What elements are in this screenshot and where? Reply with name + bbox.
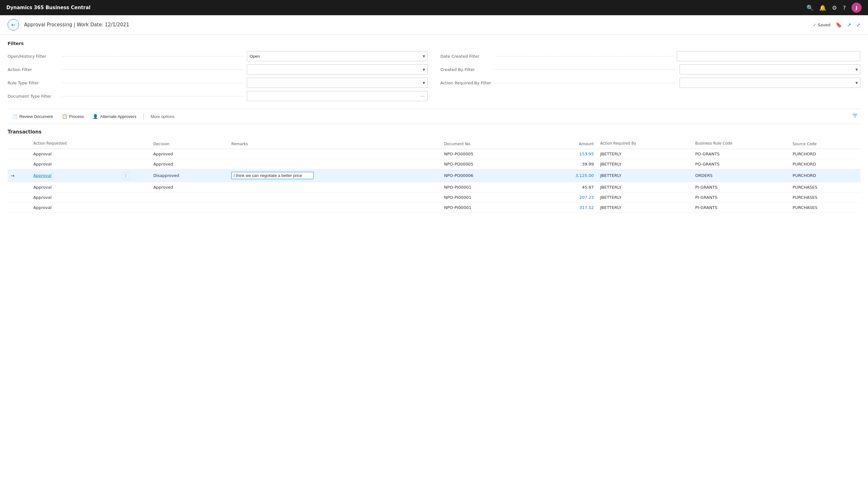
topnav-icons: 🔍 🔔 ⚙ ? J	[806, 3, 862, 13]
process-button[interactable]: 📋 Process	[57, 112, 89, 121]
help-icon[interactable]: ?	[843, 4, 846, 11]
alternate-approvers-button[interactable]: 👤 Alternate Approvers	[88, 112, 141, 121]
review-document-icon: 📄	[12, 114, 18, 119]
rule-type-filter-label: Rule Type Filter	[8, 80, 58, 85]
cell-action-requested: Approval	[30, 159, 119, 169]
cell-action-requested: Approval	[30, 149, 119, 159]
filters-title: Filters	[8, 41, 860, 46]
cell-action-required-by: JBETTERLY	[597, 169, 692, 182]
th-action-required-by: Action Required By	[597, 138, 692, 149]
alternate-approvers-icon: 👤	[93, 114, 98, 119]
user-avatar[interactable]: J	[851, 3, 862, 13]
filter-dots-1	[62, 56, 243, 57]
filter-icon[interactable]	[849, 111, 860, 121]
cell-context-menu	[119, 149, 150, 159]
bookmark-icon[interactable]: 🔖	[836, 22, 842, 28]
row-arrow-indicator: →	[8, 169, 30, 182]
app-brand: Dynamics 365 Business Central	[6, 5, 806, 10]
checkmark-icon: ✓	[813, 23, 816, 27]
notification-icon[interactable]: 🔔	[819, 4, 826, 11]
saved-label: Saved	[817, 23, 830, 27]
cell-decision: Approved	[150, 149, 228, 159]
th-context	[119, 138, 150, 149]
th-action-requested: Action Requested	[30, 138, 119, 149]
created-by-filter-label: Created By Filter	[440, 67, 491, 72]
row-arrow-indicator	[8, 159, 30, 169]
rule-type-filter-control: ▼	[247, 78, 428, 88]
cell-action-requested: Approval	[30, 182, 119, 192]
cell-context-menu[interactable]: ⋮	[119, 169, 150, 182]
table-row: ApprovalNPO-PI00001207.23JBETTERLYPI-GRA…	[8, 192, 860, 202]
page-content: Filters Open/History Filter Open History…	[0, 35, 868, 219]
transactions-table: Action Requested Decision Remarks Docume…	[8, 138, 860, 213]
cell-decision: Approved	[150, 182, 228, 192]
transactions-section: Transactions Action Requested Decision	[8, 129, 860, 213]
filter-dots-5	[495, 56, 673, 57]
open-history-filter-select[interactable]: Open History All	[247, 51, 428, 61]
process-icon: 📋	[62, 114, 67, 119]
saved-indicator: ✓ Saved	[813, 23, 831, 27]
row-arrow-indicator	[8, 202, 30, 213]
action-filter-row: Action Filter ▼	[8, 64, 428, 74]
cell-source-code: PURCHASES	[789, 192, 860, 202]
filter-dots-3	[62, 83, 243, 83]
th-remarks: Remarks	[228, 138, 441, 149]
cell-context-menu	[119, 159, 150, 169]
cell-action-required-by: JBETTERLY	[597, 182, 692, 192]
settings-icon[interactable]: ⚙	[832, 4, 837, 11]
context-menu-button[interactable]: ⋮	[122, 172, 130, 180]
review-document-button[interactable]: 📄 Review Document	[8, 112, 57, 121]
document-type-filter-row: Document Type Filter ⋯	[8, 91, 428, 101]
cell-document-no: NPO-PO00005	[441, 159, 533, 169]
cell-remarks	[228, 159, 441, 169]
page-container: ← Approval Processing | Work Date: 12/1/…	[0, 15, 868, 488]
date-created-filter-label: Date Created Filter	[440, 54, 491, 59]
cell-action-requested: Approval	[30, 192, 119, 202]
cell-remarks	[228, 202, 441, 213]
open-history-filter-control: Open History All ▼	[247, 51, 428, 61]
more-options-button[interactable]: More options	[146, 112, 179, 121]
remarks-input[interactable]	[231, 172, 314, 179]
cell-source-code: PURCHORD	[789, 169, 860, 182]
cell-decision	[150, 192, 228, 202]
document-type-filter-input[interactable]	[247, 91, 428, 101]
search-icon[interactable]: 🔍	[806, 4, 813, 11]
action-required-by-filter-input[interactable]	[680, 78, 860, 88]
cell-context-menu	[119, 182, 150, 192]
created-by-filter-input[interactable]	[680, 64, 860, 74]
cell-business-rule-code: PO-GRANTS	[692, 149, 789, 159]
rule-type-filter-select[interactable]	[247, 78, 428, 88]
cell-action-requested[interactable]: Approval	[30, 169, 119, 182]
table-body: ApprovalApprovedNPO-PO00005153.95JBETTER…	[8, 149, 860, 213]
action-filter-label: Action Filter	[8, 67, 58, 72]
cell-source-code: PURCHASES	[789, 182, 860, 192]
row-arrow-indicator	[8, 192, 30, 202]
cell-remarks	[228, 182, 441, 192]
cell-business-rule-code: PO-GRANTS	[692, 159, 789, 169]
created-by-filter-row: Created By Filter ▼	[440, 64, 860, 74]
more-options-label: More options	[151, 114, 175, 119]
review-document-label: Review Document	[19, 114, 53, 119]
date-created-filter-input[interactable]	[677, 51, 860, 61]
cell-business-rule-code: PI-GRANTS	[692, 192, 789, 202]
cell-decision	[150, 202, 228, 213]
action-filter-control: ▼	[247, 64, 428, 74]
action-required-by-filter-control: ▼	[680, 78, 860, 88]
open-external-icon[interactable]: ↗	[847, 22, 851, 28]
back-button[interactable]: ←	[8, 19, 19, 30]
date-created-filter-row: Date Created Filter	[440, 51, 860, 61]
cell-amount: 153.95	[533, 149, 597, 159]
cell-document-no: NPO-PO00005	[441, 149, 533, 159]
cell-action-required-by: JBETTERLY	[597, 202, 692, 213]
expand-icon[interactable]: ⤢	[856, 22, 860, 28]
cell-amount: 207.23	[533, 192, 597, 202]
cell-remarks	[228, 149, 441, 159]
th-business-rule-code: Business Rule Code	[692, 138, 789, 149]
th-decision: Decision	[150, 138, 228, 149]
action-filter-select[interactable]	[247, 64, 428, 74]
cell-document-no: NPO-PI00001	[441, 192, 533, 202]
action-required-by-filter-row: Action Required By Filter ▼	[440, 78, 860, 88]
cell-amount: 317.52	[533, 202, 597, 213]
th-document-no: Document No.	[441, 138, 533, 149]
cell-remarks[interactable]	[228, 169, 441, 182]
